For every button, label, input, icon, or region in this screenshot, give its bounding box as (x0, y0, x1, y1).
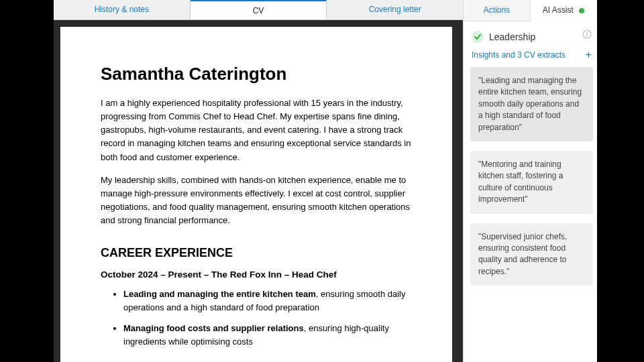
cv-job-heading: October 2024 – Present – The Red Fox Inn… (101, 269, 412, 280)
document-scroll[interactable]: Samantha Caterington I am a highly exper… (60, 27, 452, 362)
svg-point-2 (586, 32, 588, 33)
cv-bullet-bold: Managing food costs and supplier relatio… (123, 323, 304, 333)
info-icon[interactable] (582, 29, 592, 39)
cv-name-heading: Samantha Caterington (101, 64, 412, 84)
tab-ai-assist[interactable]: AI Assist (530, 0, 597, 21)
tab-actions[interactable]: Actions (464, 0, 530, 21)
plus-icon: + (586, 50, 592, 60)
cv-bullet: Leading and managing the entire kitchen … (123, 288, 412, 314)
document-frame: Samantha Caterington I am a highly exper… (54, 20, 463, 362)
document-column: History & notes CV Covering letter Saman… (0, 0, 463, 362)
tab-history-notes[interactable]: History & notes (54, 0, 191, 19)
ai-sparkle-icon (578, 7, 585, 14)
cv-summary-2: My leadership skills, combined with hand… (101, 174, 412, 228)
cv-bullet-list: Leading and managing the entire kitchen … (101, 288, 412, 349)
extract-card[interactable]: "Leading and managing the entire kitchen… (470, 67, 593, 141)
svg-rect-3 (586, 34, 587, 36)
right-gutter (597, 0, 644, 362)
cv-bullet: Managing food costs and supplier relatio… (123, 322, 412, 349)
cv-bullet-bold: Leading and managing the entire kitchen … (123, 289, 316, 299)
tab-ai-assist-label: AI Assist (543, 5, 574, 15)
ai-assist-body[interactable]: Leadership Insights and 3 CV extracts + … (464, 21, 597, 362)
side-tabs: Actions AI Assist (464, 0, 597, 21)
insights-toggle[interactable]: Insights and 3 CV extracts + (470, 48, 593, 67)
check-icon (472, 31, 484, 43)
ai-assist-panel: Actions AI Assist Leadership Insights an… (463, 0, 597, 362)
insights-label: Insights and 3 CV extracts (472, 50, 566, 60)
tab-covering-letter[interactable]: Covering letter (327, 0, 463, 19)
document-page: Samantha Caterington I am a highly exper… (60, 27, 452, 362)
skill-title: Leadership (489, 32, 535, 42)
document-tabs: History & notes CV Covering letter (54, 0, 463, 20)
app: History & notes CV Covering letter Saman… (0, 0, 644, 362)
cv-summary-1: I am a highly experienced hospitality pr… (101, 97, 412, 164)
skill-header: Leadership (470, 28, 593, 48)
extract-card[interactable]: "Mentoring and training kitchen staff, f… (470, 151, 593, 214)
svg-point-0 (579, 8, 584, 13)
cv-section-heading: CAREER EXPERIENCE (101, 246, 412, 260)
extract-card[interactable]: "Supervised junior chefs, ensuring consi… (470, 223, 593, 286)
tab-cv[interactable]: CV (191, 0, 327, 19)
